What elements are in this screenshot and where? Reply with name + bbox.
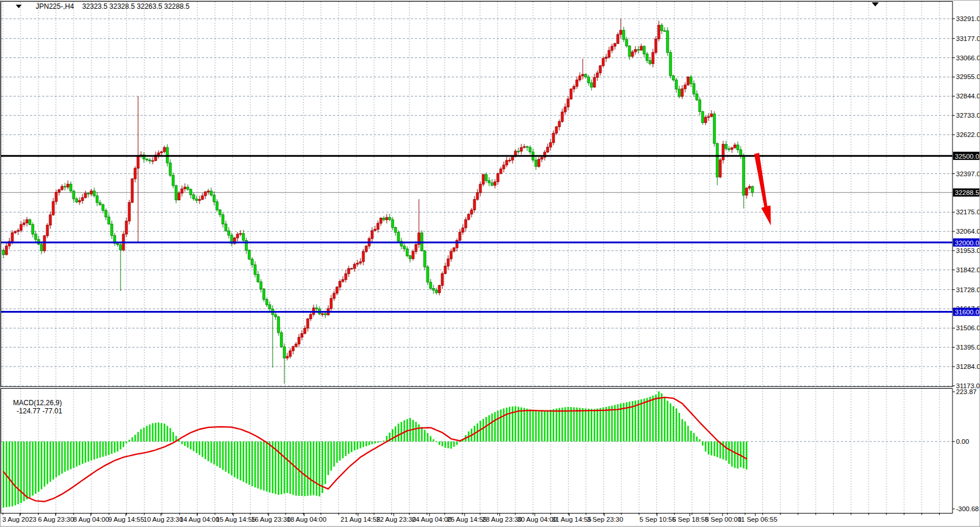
candle[interactable] <box>511 156 514 160</box>
candle[interactable] <box>55 192 57 201</box>
candle[interactable] <box>380 218 382 223</box>
candle[interactable] <box>274 314 277 317</box>
candle[interactable] <box>564 107 566 112</box>
price-chart-canvas[interactable]: 33291.033177.033066.032955.032844.032733… <box>1 1 979 526</box>
candle[interactable] <box>529 148 531 152</box>
time-axis-label[interactable]: 6 Sep 18:55 <box>672 516 709 523</box>
candle[interactable] <box>582 74 584 76</box>
candle[interactable] <box>356 263 359 264</box>
candle[interactable] <box>599 66 601 73</box>
candle[interactable] <box>435 290 438 293</box>
candle[interactable] <box>128 203 130 221</box>
candle[interactable] <box>690 77 692 83</box>
candle[interactable] <box>172 175 174 186</box>
candle[interactable] <box>482 174 484 184</box>
candle[interactable] <box>228 231 230 235</box>
time-axis-label[interactable]: 8 Aug 04:00 <box>73 516 109 523</box>
candle[interactable] <box>681 89 683 97</box>
candle[interactable] <box>596 73 599 78</box>
candle[interactable] <box>573 87 575 89</box>
candle[interactable] <box>447 259 449 266</box>
candle[interactable] <box>263 289 265 299</box>
candle[interactable] <box>467 214 470 220</box>
candle[interactable] <box>444 266 446 273</box>
candle[interactable] <box>672 76 675 80</box>
candle[interactable] <box>388 217 391 220</box>
candle[interactable] <box>728 149 730 149</box>
candle[interactable] <box>669 53 672 76</box>
candle[interactable] <box>707 117 710 117</box>
candle[interactable] <box>269 304 271 309</box>
candle[interactable] <box>576 80 578 87</box>
candle[interactable] <box>149 160 151 161</box>
candle[interactable] <box>704 117 707 122</box>
candle[interactable] <box>169 163 171 175</box>
time-axis-label[interactable]: 28 Aug 23:30 <box>482 516 522 523</box>
candle[interactable] <box>590 83 593 87</box>
candle[interactable] <box>239 234 242 234</box>
candle[interactable] <box>593 77 596 87</box>
candle[interactable] <box>497 173 499 182</box>
candle[interactable] <box>116 244 119 245</box>
candle[interactable] <box>734 145 736 148</box>
candle[interactable] <box>658 25 660 39</box>
candle[interactable] <box>623 30 625 39</box>
time-axis-label[interactable]: 18 Aug 04:00 <box>287 516 326 523</box>
candle[interactable] <box>192 195 195 199</box>
time-axis-label[interactable]: 3 Sep 23:30 <box>587 516 623 523</box>
candle[interactable] <box>17 230 19 231</box>
time-axis-label[interactable]: 24 Aug 04:00 <box>412 516 452 523</box>
candle[interactable] <box>377 223 379 229</box>
candle[interactable] <box>579 76 581 80</box>
candle[interactable] <box>634 50 637 52</box>
candle[interactable] <box>503 165 505 169</box>
candle[interactable] <box>696 94 698 100</box>
candle[interactable] <box>675 80 678 89</box>
candle[interactable] <box>386 217 388 220</box>
candle[interactable] <box>429 282 432 289</box>
candle[interactable] <box>608 50 610 57</box>
candle[interactable] <box>310 314 312 319</box>
candle[interactable] <box>748 187 751 189</box>
candle[interactable] <box>415 245 417 252</box>
candle[interactable] <box>84 193 87 198</box>
candle[interactable] <box>555 126 558 133</box>
candle[interactable] <box>35 234 37 239</box>
candle[interactable] <box>248 251 250 259</box>
candle[interactable] <box>286 357 288 358</box>
candle[interactable] <box>450 251 452 259</box>
candle[interactable] <box>301 334 303 337</box>
candle[interactable] <box>517 151 520 152</box>
candle[interactable] <box>277 317 280 333</box>
candle[interactable] <box>605 57 607 58</box>
candle[interactable] <box>29 220 31 224</box>
candle[interactable] <box>333 293 335 299</box>
candle[interactable] <box>99 203 101 204</box>
candle[interactable] <box>78 201 81 202</box>
candle[interactable] <box>213 195 215 201</box>
candle[interactable] <box>456 241 458 248</box>
candle[interactable] <box>204 192 207 196</box>
candle[interactable] <box>751 186 754 192</box>
candle[interactable] <box>336 287 338 293</box>
time-axis-label[interactable]: 16 Aug 23:30 <box>251 516 291 523</box>
candle[interactable] <box>655 39 657 52</box>
candle[interactable] <box>163 148 166 152</box>
candle[interactable] <box>628 46 631 56</box>
candle[interactable] <box>740 150 742 156</box>
candle[interactable] <box>661 25 663 30</box>
candle[interactable] <box>64 186 66 187</box>
candle[interactable] <box>49 215 51 225</box>
time-axis-label[interactable]: 5 Sep 10:55 <box>639 516 676 523</box>
candle[interactable] <box>508 160 511 160</box>
candle[interactable] <box>620 30 622 35</box>
candle[interactable] <box>90 191 92 194</box>
candle[interactable] <box>187 187 189 189</box>
candle[interactable] <box>134 168 136 179</box>
candle[interactable] <box>307 319 309 328</box>
time-axis-label[interactable]: 6 Aug 23:30 <box>38 516 74 523</box>
candle[interactable] <box>702 112 704 123</box>
candle[interactable] <box>105 210 107 217</box>
candle[interactable] <box>687 77 689 85</box>
candle[interactable] <box>195 199 198 201</box>
